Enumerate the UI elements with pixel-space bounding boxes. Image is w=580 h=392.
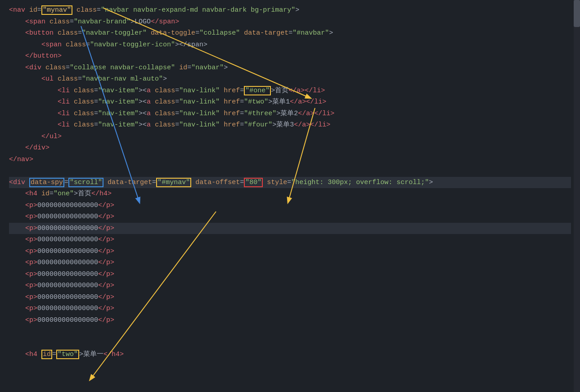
attr-id: id <box>29 6 37 14</box>
code-line-4: <span class="navbar-toggler-icon"></span… <box>9 39 571 51</box>
attr-data-spy: data-spy <box>29 178 64 187</box>
code-line-13: </div> <box>9 142 571 154</box>
code-line-12: </ul> <box>9 131 571 143</box>
attr-class-value: "navbar navbar-expand-md navbar-dark bg-… <box>101 6 295 14</box>
code-line-21: <p>000000000000000</p> <box>9 234 571 246</box>
code-line-29 <box>9 326 571 338</box>
code-line-1: <nav id="mynav" class="navbar navbar-exp… <box>9 5 571 16</box>
code-line-22: <p>000000000000000</p> <box>9 246 571 257</box>
tag-nav-open: <nav <box>9 6 29 14</box>
attr-data-target-value: "#mynav" <box>156 178 191 187</box>
code-line-9: <li class="nav-item"><a class="nav-link"… <box>9 96 571 108</box>
attr-id-two: id <box>41 350 52 359</box>
code-line-3: <button class="navbar-toggler" data-togg… <box>9 27 571 39</box>
code-line-23: <p>000000000000000</p> <box>9 257 571 269</box>
scrollbar-track[interactable] <box>574 0 580 392</box>
code-line-11: <li class="nav-item"><a class="nav-link"… <box>9 119 571 131</box>
code-line-24: <p>000000000000000</p> <box>9 269 571 280</box>
attr-class: class <box>76 6 97 14</box>
code-line-16: <div data-spy="scroll" data-target="#myn… <box>9 177 571 189</box>
code-line-28: <p>000000000000000</p> <box>9 315 571 326</box>
code-line-26: <p>000000000000000</p> <box>9 292 571 303</box>
code-line-14: </nav> <box>9 154 571 166</box>
attr-id-two-value: "two" <box>56 350 79 359</box>
attr-data-spy-value: "scroll" <box>68 178 103 187</box>
scrollbar-thumb[interactable] <box>574 0 580 27</box>
attr-id-mynav-value: "mynav" <box>41 5 72 15</box>
code-line-5: </button> <box>9 50 571 62</box>
code-line-25: <p>000000000000000</p> <box>9 280 571 292</box>
code-line-10: <li class="nav-item"><a class="nav-link"… <box>9 108 571 120</box>
code-editor: <nav id="mynav" class="navbar navbar-exp… <box>0 0 580 365</box>
code-line-20: <p>000000000000000</p> <box>9 223 571 234</box>
code-line-19: <p>000000000000000</p> <box>9 211 571 223</box>
code-line-2: <span class="navbar-brand">LOGO</span> <box>9 16 571 28</box>
code-line-30 <box>9 338 571 349</box>
code-line-17: <h4 id="one">首页</h4> <box>9 188 571 200</box>
code-line-8: <li class="nav-item"><a class="nav-link"… <box>9 85 571 97</box>
attr-href-one: "#one" <box>244 86 271 95</box>
code-line-6: <div class="collapse navbar-collapse" id… <box>9 62 571 74</box>
code-line-15 <box>9 165 571 177</box>
code-line-7: <ul class="navbar-nav ml-auto"> <box>9 73 571 85</box>
code-line-27: <p>000000000000000</p> <box>9 303 571 315</box>
code-line-18: <p>000000000000000</p> <box>9 200 571 212</box>
code-line-31: <h4 id="two">菜单一</h4> <box>9 349 571 360</box>
attr-data-offset-value: "80" <box>244 178 263 187</box>
